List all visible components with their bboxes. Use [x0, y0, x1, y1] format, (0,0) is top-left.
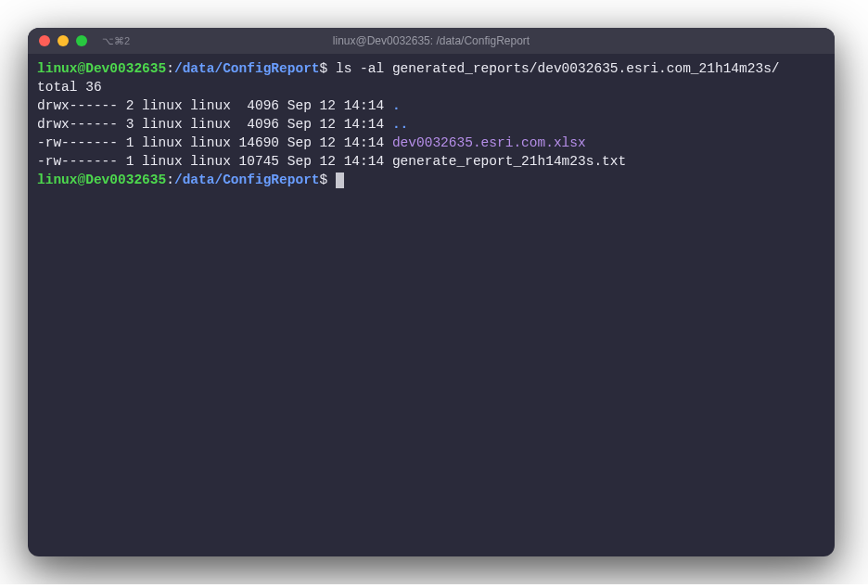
tab-label: ⌥⌘2 [102, 35, 130, 47]
command-line-2: linux@Dev0032635:/data/ConfigReport$ [37, 171, 825, 189]
prompt-path: /data/ConfigReport [174, 61, 320, 76]
terminal-window: ⌥⌘2 linux@Dev0032635: /data/ConfigReport… [28, 28, 835, 556]
prompt-dollar: $ [320, 173, 328, 187]
window-title: linux@Dev0032635: /data/ConfigReport [333, 34, 530, 47]
terminal-body[interactable]: linux@Dev0032635:/data/ConfigReport$ ls … [28, 54, 835, 556]
file-name: . [392, 98, 401, 113]
prompt-user: linux@Dev0032635 [37, 173, 166, 187]
prompt-user: linux@Dev0032635 [37, 61, 166, 76]
close-icon[interactable] [39, 35, 50, 46]
ls-row: drwx------ 2 linux linux 4096 Sep 12 14:… [37, 96, 825, 115]
file-name: dev0032635.esri.com.xlsx [392, 135, 586, 150]
titlebar[interactable]: ⌥⌘2 linux@Dev0032635: /data/ConfigReport [28, 28, 835, 54]
file-name: generate_report_21h14m23s.txt [392, 154, 626, 169]
cursor [336, 173, 344, 188]
minimize-icon[interactable] [57, 35, 69, 46]
ls-row: -rw------- 1 linux linux 14690 Sep 12 14… [37, 134, 825, 152]
ls-row: -rw------- 1 linux linux 10745 Sep 12 14… [37, 152, 825, 171]
output-total: total 36 [37, 78, 825, 96]
maximize-icon[interactable] [76, 35, 87, 46]
command-text: ls -al generated_reports/dev0032635.esri… [336, 61, 780, 76]
command-line-1: linux@Dev0032635:/data/ConfigReport$ ls … [37, 59, 825, 78]
file-name: .. [392, 117, 408, 132]
prompt-separator: : [166, 173, 174, 187]
ls-row: drwx------ 3 linux linux 4096 Sep 12 14:… [37, 115, 825, 134]
prompt-separator: : [166, 61, 174, 76]
prompt-dollar: $ [320, 61, 328, 76]
prompt-path: /data/ConfigReport [174, 173, 320, 187]
traffic-lights [39, 35, 87, 46]
